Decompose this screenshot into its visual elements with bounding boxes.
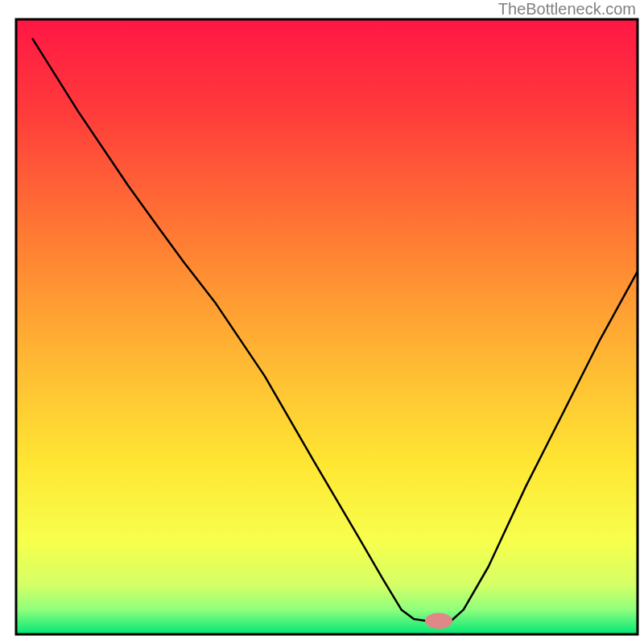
plot-background (16, 19, 638, 634)
optimal-marker (425, 613, 452, 629)
watermark-text: TheBottleneck.com (498, 0, 636, 19)
chart-container: TheBottleneck.com (0, 0, 644, 644)
bottleneck-chart (0, 0, 644, 644)
